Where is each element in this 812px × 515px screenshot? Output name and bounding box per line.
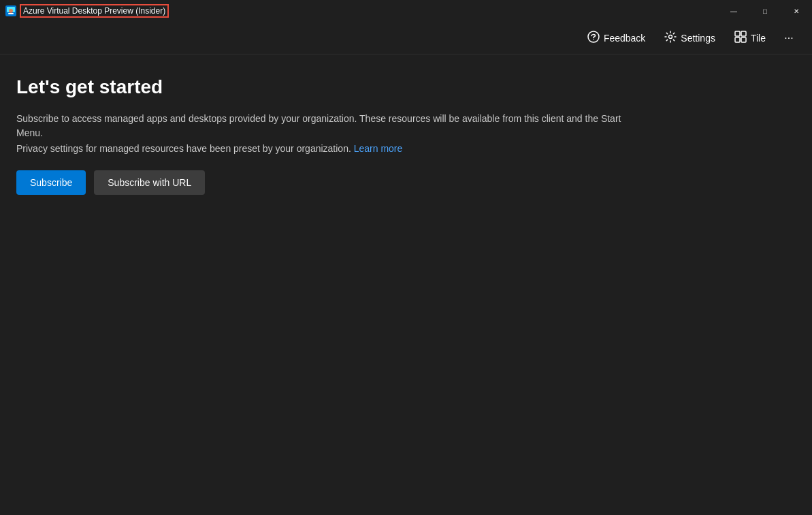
feedback-icon bbox=[587, 31, 600, 46]
app-icon-svg bbox=[5, 5, 16, 16]
main-content: Let's get started Subscribe to access ma… bbox=[0, 54, 812, 217]
close-button[interactable]: ✕ bbox=[781, 0, 812, 22]
app-title: Azure Virtual Desktop Preview (Insider) bbox=[20, 5, 168, 17]
settings-icon bbox=[664, 31, 677, 46]
svg-rect-10 bbox=[741, 37, 746, 42]
svg-point-3 bbox=[9, 9, 13, 13]
description-line1: Subscribe to access managed apps and des… bbox=[16, 112, 629, 140]
subscribe-button[interactable]: Subscribe bbox=[16, 170, 86, 195]
minimize-button[interactable]: — bbox=[718, 0, 749, 22]
privacy-text: Privacy settings for managed resources h… bbox=[16, 143, 796, 154]
svg-rect-8 bbox=[741, 31, 746, 36]
feedback-label: Feedback bbox=[604, 33, 645, 44]
page-title: Let's get started bbox=[16, 76, 796, 98]
privacy-text-content: Privacy settings for managed resources h… bbox=[16, 143, 351, 154]
more-options-button[interactable]: ··· bbox=[777, 27, 801, 49]
tile-button[interactable]: Tile bbox=[726, 27, 774, 50]
title-bar-left: Azure Virtual Desktop Preview (Insider) bbox=[5, 5, 168, 17]
app-icon bbox=[5, 5, 16, 16]
maximize-button[interactable]: □ bbox=[749, 0, 781, 22]
svg-rect-2 bbox=[8, 13, 14, 14]
more-icon: ··· bbox=[784, 32, 793, 44]
svg-rect-9 bbox=[735, 37, 740, 42]
svg-point-5 bbox=[593, 38, 594, 40]
window-controls: — □ ✕ bbox=[718, 0, 812, 22]
tile-label: Tile bbox=[751, 33, 766, 44]
svg-point-6 bbox=[669, 35, 672, 38]
tile-icon bbox=[734, 31, 747, 46]
subscribe-with-url-button[interactable]: Subscribe with URL bbox=[94, 170, 205, 195]
settings-button[interactable]: Settings bbox=[656, 27, 724, 50]
svg-rect-7 bbox=[735, 31, 740, 36]
title-bar: Azure Virtual Desktop Preview (Insider) … bbox=[0, 0, 812, 22]
buttons-row: Subscribe Subscribe with URL bbox=[16, 170, 796, 195]
learn-more-link[interactable]: Learn more bbox=[354, 143, 403, 154]
settings-label: Settings bbox=[681, 33, 715, 44]
nav-bar: Feedback Settings Tile ··· bbox=[0, 22, 812, 54]
feedback-button[interactable]: Feedback bbox=[579, 27, 653, 50]
